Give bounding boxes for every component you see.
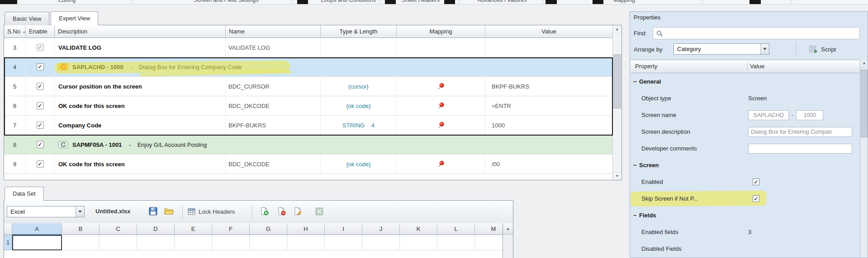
remove-sheet-icon[interactable] xyxy=(277,207,286,217)
scroll-up-icon[interactable]: ▲ xyxy=(613,25,621,33)
scroll-up-icon[interactable]: ▲ xyxy=(860,60,868,67)
script-table-scrollbar[interactable]: ▲ ▼ xyxy=(612,25,621,180)
spreadsheet-cell[interactable] xyxy=(287,235,325,250)
lock-headers-button[interactable]: Lock Headers xyxy=(199,208,235,215)
chevron-down-icon[interactable] xyxy=(760,44,769,54)
row-header[interactable]: 1 xyxy=(4,235,12,250)
scroll-down-icon[interactable]: ▼ xyxy=(613,172,621,180)
tab-basic-view[interactable]: Basic View xyxy=(5,12,49,25)
group-label: Fields xyxy=(639,212,656,219)
ribbon-cut-button[interactable] xyxy=(385,0,396,4)
properties-scrollbar[interactable]: ▲ xyxy=(860,60,868,258)
spreadsheet-cell[interactable] xyxy=(212,235,250,250)
table-row[interactable]: 6✓OK code for this screenBDC_OKCODE{ok c… xyxy=(4,96,621,116)
column-header-c[interactable]: C xyxy=(100,223,137,235)
column-header-b[interactable]: B xyxy=(62,223,100,235)
column-header-g[interactable]: G xyxy=(250,223,287,235)
column-header-l[interactable]: L xyxy=(437,223,475,235)
column-header-h[interactable]: H xyxy=(287,223,325,235)
enable-checkbox[interactable]: ✓ xyxy=(37,122,44,129)
mapping-cell xyxy=(397,155,485,174)
table-row[interactable]: 5✓Cursor position on the screenBDC_CURSO… xyxy=(4,77,621,96)
mapping-pin-icon[interactable] xyxy=(437,83,445,90)
spreadsheet-scrollbar[interactable]: ▲ xyxy=(503,223,513,258)
enabled-checkbox[interactable]: ✓ xyxy=(753,178,759,185)
select-all-corner[interactable] xyxy=(4,223,12,235)
rename-sheet-icon[interactable] xyxy=(294,207,302,217)
spreadsheet-cell[interactable] xyxy=(137,235,175,250)
column-header-value[interactable]: Value xyxy=(485,25,613,38)
spreadsheet-cell[interactable] xyxy=(437,235,475,250)
spreadsheet-cell[interactable] xyxy=(62,235,100,250)
column-header-mapping[interactable]: Mapping xyxy=(397,25,485,38)
column-header-i[interactable]: I xyxy=(325,223,362,235)
lock-headers-icon[interactable] xyxy=(188,208,195,217)
data-set-tabs: Data Set xyxy=(4,187,513,201)
screen-description-input[interactable]: Dialog Box for Entering Compan xyxy=(748,127,852,137)
column-header-f[interactable]: F xyxy=(212,223,250,235)
mapping-pin-icon[interactable] xyxy=(437,160,445,168)
ribbon-cut-button[interactable] xyxy=(444,0,455,4)
collapse-icon[interactable]: − xyxy=(633,212,639,219)
chevron-down-icon[interactable] xyxy=(76,206,84,217)
arrange-by-select[interactable]: Category xyxy=(674,43,769,55)
spreadsheet-row: 1 xyxy=(4,235,503,250)
spreadsheet-cell[interactable] xyxy=(100,235,137,250)
ribbon-cut-button[interactable] xyxy=(0,0,17,4)
spreadsheet-cell[interactable] xyxy=(362,235,400,250)
table-row[interactable]: 3✓VALIDATE LOGVALIDATE LOG xyxy=(4,38,621,57)
table-row[interactable]: 7✓Company CodeBKPF-BUKRSSTRING 41000 xyxy=(4,116,621,135)
column-header-description[interactable]: Description xyxy=(55,25,226,38)
enable-checkbox[interactable]: ✓ xyxy=(37,102,44,109)
save-icon[interactable] xyxy=(149,207,157,217)
column-header-s-no[interactable]: S.No xyxy=(4,25,26,38)
enable-checkbox[interactable]: ✓ xyxy=(37,141,44,148)
column-header-j[interactable]: J xyxy=(362,223,400,235)
spreadsheet-cell[interactable] xyxy=(325,235,362,250)
spreadsheet-cell[interactable] xyxy=(250,235,287,250)
find-input[interactable] xyxy=(653,27,860,39)
cell-a1[interactable] xyxy=(12,235,62,250)
spreadsheet-cell[interactable] xyxy=(400,235,437,250)
spreadsheet-cell[interactable] xyxy=(175,235,212,250)
property-value: Dialog Box for Entering Compan xyxy=(748,127,858,137)
table-row[interactable]: 8✓SAPMF05A - 1001-Enjoy G/L Account Post… xyxy=(4,135,621,155)
scrollbar-thumb[interactable] xyxy=(861,70,868,137)
column-header-k[interactable]: K xyxy=(400,223,437,235)
tab-data-set[interactable]: Data Set xyxy=(5,187,44,201)
scroll-up-icon[interactable]: ▲ xyxy=(503,223,513,235)
scrollbar-thumb[interactable] xyxy=(613,54,621,108)
ribbon-cut-button[interactable] xyxy=(297,0,308,4)
column-header-a[interactable]: A xyxy=(12,223,62,235)
spreadsheet-cell[interactable] xyxy=(475,235,503,250)
column-header-enable[interactable]: Enable xyxy=(26,25,55,38)
type-length-cell: STRING 4 xyxy=(321,116,397,135)
script-button[interactable]: Script xyxy=(809,43,836,55)
enable-checkbox[interactable]: ✓ xyxy=(37,63,44,70)
screen-number-input[interactable]: 1000 xyxy=(796,110,823,120)
collapse-icon[interactable]: − xyxy=(633,78,639,85)
screen-name-input[interactable]: SAPLACHD xyxy=(748,110,789,120)
tab-expert-view[interactable]: Expert View xyxy=(51,11,98,25)
ribbon-cut-button[interactable] xyxy=(545,0,557,4)
column-header-type-length[interactable]: Type & Length xyxy=(321,25,397,38)
table-row[interactable]: 4✓SAPLACHD - 1000-Dialog Box for Enterin… xyxy=(4,57,621,77)
enable-checkbox[interactable]: ✓ xyxy=(37,44,44,51)
developer-comments-input[interactable] xyxy=(748,144,852,154)
open-file-icon[interactable] xyxy=(164,207,174,217)
enable-checkbox[interactable]: ✓ xyxy=(37,160,44,168)
column-header-m[interactable]: M xyxy=(475,223,503,235)
enable-checkbox[interactable]: ✓ xyxy=(37,83,44,90)
ribbon-cut-button[interactable] xyxy=(593,0,603,4)
column-header-d[interactable]: D xyxy=(137,223,175,235)
data-source-select[interactable]: Excel xyxy=(7,206,85,217)
ribbon-cut-button[interactable] xyxy=(749,0,761,4)
table-row[interactable]: 9✓OK code for this screenBDC_OKCODE{ok c… xyxy=(4,155,621,174)
column-header-name[interactable]: Name xyxy=(226,25,321,38)
mapping-pin-icon[interactable] xyxy=(437,122,445,129)
mapping-pin-icon[interactable] xyxy=(437,102,445,109)
skip-screen-if-not-p-checkbox[interactable]: ✓ xyxy=(753,195,759,202)
column-header-e[interactable]: E xyxy=(175,223,212,235)
collapse-icon[interactable]: − xyxy=(633,162,639,169)
add-sheet-icon[interactable] xyxy=(260,207,269,217)
